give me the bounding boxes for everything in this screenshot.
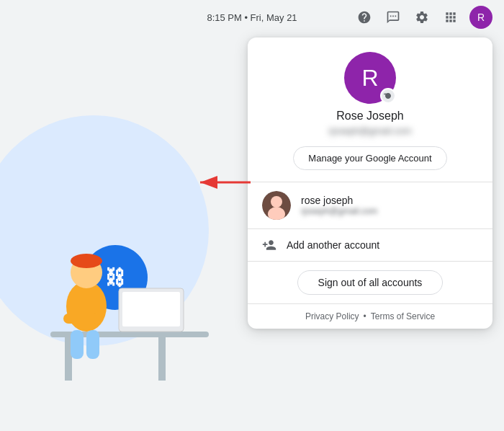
apps-icon <box>444 10 458 25</box>
svg-point-5 <box>66 281 107 332</box>
apps-icon-btn[interactable] <box>438 4 464 30</box>
svg-rect-9 <box>71 330 84 359</box>
account-name: rose joseph <box>301 195 377 206</box>
topbar-icons: R <box>351 4 492 30</box>
add-person-icon <box>262 238 276 252</box>
svg-point-7 <box>71 254 102 268</box>
account-avatar-image <box>262 191 291 220</box>
svg-text:⛓: ⛓ <box>105 267 125 289</box>
svg-rect-12 <box>122 292 180 326</box>
settings-icon <box>415 10 429 25</box>
add-account-label: Add another account <box>287 239 379 251</box>
manage-account-btn[interactable]: Manage your Google Account <box>293 146 446 170</box>
account-row[interactable]: rose joseph rjoseph@gmail.com <box>248 182 492 229</box>
help-icon <box>357 10 372 25</box>
person-illustration: ⛓ <box>7 166 216 396</box>
help-icon-btn[interactable] <box>351 4 377 30</box>
signout-section: Sign out of all accounts <box>248 262 492 304</box>
footer-separator: • <box>364 311 366 321</box>
camera-icon-btn[interactable] <box>380 88 396 104</box>
red-arrow <box>194 172 252 196</box>
signout-btn[interactable]: Sign out of all accounts <box>297 270 444 295</box>
settings-icon-btn[interactable] <box>409 4 435 30</box>
terms-link[interactable]: Terms of Service <box>371 311 435 321</box>
account-dropdown: R Rose Joseph rjoseph@gmail.com Manage y… <box>248 37 492 329</box>
privacy-link[interactable]: Privacy Policy <box>305 311 359 321</box>
feedback-icon <box>386 10 400 25</box>
dropdown-avatar[interactable]: R <box>344 52 396 104</box>
user-name: Rose Joseph <box>336 110 403 123</box>
footer-links: Privacy Policy • Terms of Service <box>248 304 492 329</box>
account-avatar-svg <box>262 191 291 220</box>
avatar-initial: R <box>477 12 485 23</box>
add-account-row[interactable]: Add another account <box>248 229 492 262</box>
topbar-time: 8:15 PM • Fri, May 21 <box>207 12 297 23</box>
dropdown-avatar-initial: R <box>361 65 378 92</box>
user-email: rjoseph@gmail.com <box>328 125 411 136</box>
svg-rect-8 <box>63 314 99 324</box>
account-info: rose joseph rjoseph@gmail.com <box>301 195 377 216</box>
svg-rect-10 <box>86 330 99 359</box>
illustration-container: ⛓ <box>0 29 223 418</box>
account-avatar-btn[interactable]: R <box>469 6 492 29</box>
svg-rect-4 <box>158 337 166 381</box>
topbar: 8:15 PM • Fri, May 21 R <box>0 0 504 35</box>
camera-icon <box>384 92 392 100</box>
svg-point-16 <box>271 196 282 208</box>
dropdown-header: R Rose Joseph rjoseph@gmail.com Manage y… <box>248 37 492 182</box>
feedback-icon-btn[interactable] <box>380 4 406 30</box>
account-email: rjoseph@gmail.com <box>301 206 377 216</box>
